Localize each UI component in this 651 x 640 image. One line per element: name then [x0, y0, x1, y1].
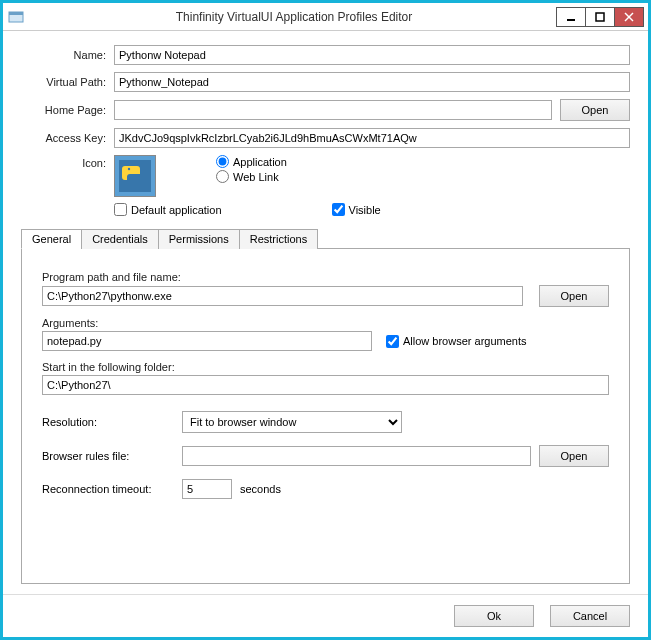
button-bar: Ok Cancel — [3, 594, 648, 637]
tab-restrictions[interactable]: Restrictions — [239, 229, 318, 249]
visible-label: Visible — [349, 204, 381, 216]
tab-permissions[interactable]: Permissions — [158, 229, 240, 249]
close-button[interactable] — [614, 7, 644, 27]
resolution-select[interactable]: Fit to browser window — [182, 411, 402, 433]
start-in-label: Start in the following folder: — [42, 361, 609, 373]
home-page-input[interactable] — [114, 100, 552, 120]
default-application-input[interactable] — [114, 203, 127, 216]
name-label: Name: — [21, 49, 106, 61]
svg-rect-1 — [9, 12, 23, 15]
start-in-input[interactable] — [42, 375, 609, 395]
program-path-input[interactable] — [42, 286, 523, 306]
ok-button[interactable]: Ok — [454, 605, 534, 627]
svg-point-7 — [128, 168, 130, 170]
access-key-input[interactable] — [114, 128, 630, 148]
visible-checkbox[interactable]: Visible — [332, 203, 381, 216]
icon-label: Icon: — [21, 155, 106, 169]
home-page-open-button[interactable]: Open — [560, 99, 630, 121]
titlebar: Thinfinity VirtualUI Application Profile… — [3, 3, 648, 31]
browser-rules-input[interactable] — [182, 446, 531, 466]
maximize-button[interactable] — [585, 7, 615, 27]
home-page-label: Home Page: — [21, 104, 106, 116]
program-path-open-button[interactable]: Open — [539, 285, 609, 307]
radio-application-input[interactable] — [216, 155, 229, 168]
icon-preview[interactable] — [114, 155, 156, 197]
tab-credentials[interactable]: Credentials — [81, 229, 159, 249]
seconds-label: seconds — [240, 483, 281, 495]
tab-panel-general: Program path and file name: Open Argumen… — [21, 249, 630, 584]
arguments-input[interactable] — [42, 331, 372, 351]
virtual-path-label: Virtual Path: — [21, 76, 106, 88]
radio-application[interactable]: Application — [216, 155, 287, 168]
radio-weblink-input[interactable] — [216, 170, 229, 183]
content-area: Name: Virtual Path: Home Page: Open Acce… — [3, 31, 648, 594]
name-input[interactable] — [114, 45, 630, 65]
app-icon — [7, 8, 25, 26]
radio-application-label: Application — [233, 156, 287, 168]
access-key-label: Access Key: — [21, 132, 106, 144]
window-title: Thinfinity VirtualUI Application Profile… — [31, 10, 557, 24]
reconnection-timeout-input[interactable] — [182, 479, 232, 499]
program-path-label: Program path and file name: — [42, 271, 609, 283]
window-frame: Thinfinity VirtualUI Application Profile… — [0, 0, 651, 640]
python-icon — [119, 160, 151, 192]
allow-browser-args-checkbox[interactable]: Allow browser arguments — [386, 335, 527, 348]
default-application-label: Default application — [131, 204, 222, 216]
svg-rect-3 — [596, 13, 604, 21]
browser-rules-label: Browser rules file: — [42, 450, 182, 462]
radio-weblink[interactable]: Web Link — [216, 170, 287, 183]
radio-weblink-label: Web Link — [233, 171, 279, 183]
default-application-checkbox[interactable]: Default application — [114, 203, 222, 216]
tab-strip: General Credentials Permissions Restrict… — [21, 228, 630, 249]
virtual-path-input[interactable] — [114, 72, 630, 92]
arguments-label: Arguments: — [42, 317, 609, 329]
window-buttons — [557, 7, 644, 27]
visible-input[interactable] — [332, 203, 345, 216]
minimize-button[interactable] — [556, 7, 586, 27]
browser-rules-open-button[interactable]: Open — [539, 445, 609, 467]
resolution-label: Resolution: — [42, 416, 182, 428]
reconnection-timeout-label: Reconnection timeout: — [42, 483, 182, 495]
cancel-button[interactable]: Cancel — [550, 605, 630, 627]
allow-browser-args-input[interactable] — [386, 335, 399, 348]
allow-browser-args-label: Allow browser arguments — [403, 335, 527, 347]
tab-general[interactable]: General — [21, 229, 82, 249]
